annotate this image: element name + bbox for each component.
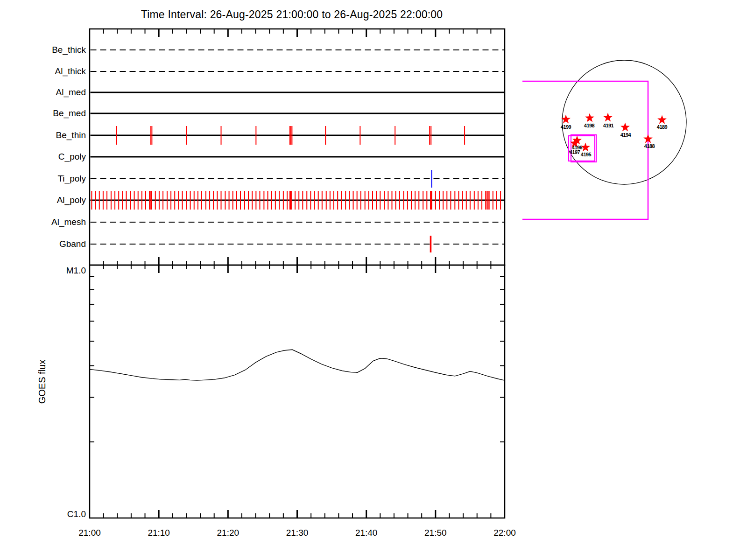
x-tick-label-2120: 21:20 [217,528,240,538]
goes-y-axis-title: GOES flux [37,360,48,404]
active-region-star [585,113,594,122]
filter-row-label-al_med: Al_med [56,87,86,98]
filter-row-label-ti_poly: Ti_poly [57,174,86,184]
filter-row-label-al_mesh: Al_mesh [51,217,86,227]
active-region-label-4189: 4189 [657,124,667,130]
plot-graphics-layer [0,0,747,560]
filter-row-label-be_med: Be_med [53,108,86,119]
active-region-label-4197: 4197 [570,149,580,155]
filter-row-label-al_poly: Al_poly [57,195,86,205]
filter-row-label-al_thick: Al_thick [55,66,86,77]
goes-y-max-label: M1.0 [66,266,86,276]
active-region-label-4195: 4195 [581,152,591,157]
filter-row-label-be_thick: Be_thick [52,45,86,55]
chart-title: Time Interval: 26-Aug-2025 21:00:00 to 2… [141,8,443,21]
x-tick-label-2130: 21:30 [286,528,309,538]
goes-y-min-label: C1.0 [67,509,86,519]
x-tick-label-2140: 21:40 [355,528,378,538]
active-region-star [620,123,630,132]
xrt-synoptic-chart: Time Interval: 26-Aug-2025 21:00:00 to 2… [0,0,747,560]
filter-row-label-gband: Gband [59,239,86,249]
active-region-star [603,113,613,122]
x-tick-label-2150: 21:50 [424,528,447,538]
active-region-label-4188: 4188 [644,143,655,149]
filter-row-label-be_thin: Be_thin [56,130,86,140]
filter-row-label-c_poly: C_poly [58,152,86,162]
active-region-label-4191: 4191 [603,123,613,128]
active-region-label-4198: 4198 [584,123,594,128]
active-region-label-4199: 4199 [561,124,571,130]
x-tick-label-2200: 22:00 [493,528,516,538]
x-tick-label-2110: 21:10 [148,528,170,538]
x-tick-label-2100: 21:00 [78,528,101,538]
active-region-star [657,115,667,124]
active-region-label-4194: 4194 [620,132,631,138]
